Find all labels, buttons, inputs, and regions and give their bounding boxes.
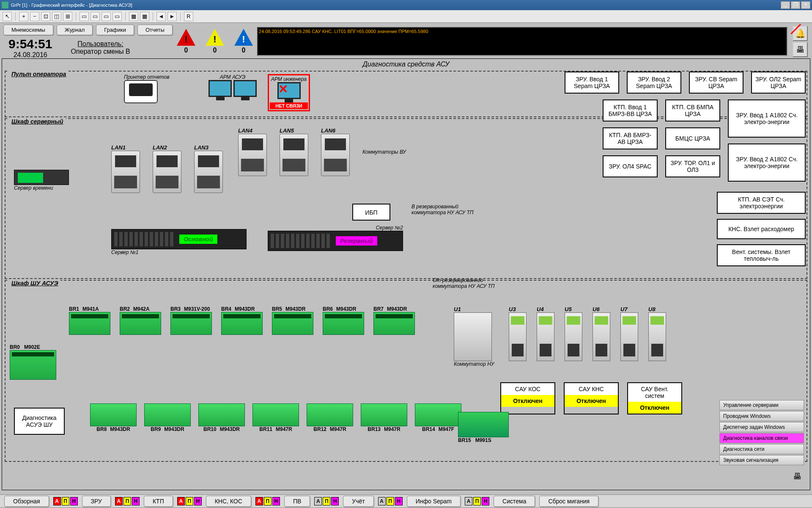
menu-item[interactable]: Диагностика каналов связи — [719, 433, 804, 443]
br0-card — [10, 350, 56, 380]
sau-box[interactable]: САУ Вент. системОтключен — [627, 382, 682, 414]
footer-button[interactable]: ЗРУ — [82, 496, 111, 507]
footer-button[interactable]: Учёт — [343, 496, 373, 507]
footer-button[interactable]: Сброс мигания — [539, 496, 598, 507]
footer: ОбзорнаяАПНЗРУАПНКТПАПНКНС, КОСАПНПВАПНУ… — [0, 494, 812, 507]
tool-a[interactable]: ▦ — [129, 12, 138, 21]
diag-shu-button[interactable]: Диагностика АСУЭ ШУ — [14, 408, 65, 435]
alarm-blue[interactable]: ! 0 — [234, 29, 253, 54]
device-box[interactable]: КНС. Взлет расходомер — [717, 219, 806, 239]
footer-button[interactable]: ПВ — [284, 496, 310, 507]
u-module — [565, 312, 582, 361]
br-card — [198, 403, 245, 426]
lan-switch — [111, 151, 140, 193]
device-box[interactable]: ЗРУ. СВ Sepam ЦРЗА — [689, 72, 743, 94]
layer1-icon[interactable]: ▭ — [80, 12, 89, 21]
layer4-icon[interactable]: ▭ — [112, 12, 122, 21]
layer2-icon[interactable]: ▭ — [91, 12, 100, 21]
printer-small-icon[interactable]: 🖶 — [793, 472, 801, 481]
br-card — [221, 312, 263, 335]
footer-button[interactable]: Инфо Sepam — [407, 496, 461, 507]
zoom-reset-icon[interactable]: ⊞ — [63, 12, 72, 21]
print-icon[interactable]: 🖶 — [793, 42, 808, 57]
message-log: 24.08.2016 09:53:49.286 САУ КНС. LIT01 В… — [257, 27, 787, 56]
close-button[interactable]: × — [801, 1, 810, 9]
mnemo-button[interactable]: Мнемосхемы — [3, 25, 53, 35]
menu-item[interactable]: Управление серверами — [719, 400, 804, 410]
device-box[interactable]: КТП. СВ БМПА ЦРЗА — [665, 99, 720, 121]
device-box[interactable]: ЗРУ. ТОР. ОЛ1 и ОЛ3 — [665, 155, 720, 177]
toolbar: ↖ + − ⊡ ◫ ⊞ ▭ ▭ ▭ ▭ ▦ ▦ ◄ ► R — [0, 10, 812, 23]
device-box[interactable]: ЗРУ. Ввод 1 Sepam ЦРЗА — [565, 72, 619, 94]
footer-button[interactable]: КНС, КОС — [206, 496, 251, 507]
u-module — [620, 312, 638, 361]
restore-button[interactable]: ❐ — [791, 1, 800, 9]
br-card — [69, 312, 110, 335]
reports-button[interactable]: Отчеты — [137, 25, 173, 35]
device-box[interactable]: БМЦС ЦРЗА — [665, 127, 720, 149]
time-server — [14, 170, 69, 185]
br-card — [373, 312, 415, 335]
app-icon — [2, 2, 8, 8]
tool-b[interactable]: ▦ — [140, 12, 149, 21]
device-box[interactable]: Вент. системы. Взлет тепловыч-ль — [717, 244, 806, 266]
titlebar: GrPr [1] - Графический интерфейс - [Диаг… — [0, 0, 812, 10]
menu-item[interactable]: Диспетчер задач Windows — [719, 422, 804, 432]
meter-box[interactable]: ЗРУ. Ввод 2 А1802 Сч. электро-энергии — [728, 144, 806, 182]
u-module — [537, 312, 554, 361]
ibp-box: ИБП — [352, 204, 390, 221]
device-box[interactable]: ЗРУ. ОЛ4 SPAC — [603, 155, 658, 177]
nav-fwd[interactable]: ► — [167, 12, 177, 21]
cursor-tool[interactable]: ↖ — [3, 12, 12, 21]
lan-switch — [280, 134, 308, 176]
br-card — [252, 403, 299, 426]
arm-engineer-nolink: АРМ инженера ✕ НЕТ СВЯЗИ — [268, 74, 310, 111]
device-box[interactable]: КТП. АВ БМРЗ-АВ ЦРЗА — [603, 127, 658, 149]
apn-indicator: АПН — [378, 497, 403, 505]
zoom-region-icon[interactable]: ◫ — [52, 12, 61, 21]
zoom-fit-icon[interactable]: ⊡ — [41, 12, 50, 21]
u-module — [593, 312, 610, 361]
header: Мнемосхемы Журнал Графики Отчеты 9:54:51… — [2, 25, 810, 58]
lan-switch — [238, 134, 267, 176]
journal-button[interactable]: Журнал — [57, 25, 93, 35]
footer-button[interactable]: Обзорная — [4, 496, 49, 507]
apn-indicator: АПН — [115, 497, 140, 505]
user-label: Пользователь: — [71, 40, 130, 48]
diagram-title: Диагностика средств АСУ — [2, 59, 810, 70]
zoom-out-icon[interactable]: − — [30, 12, 39, 21]
komm-nu — [454, 312, 492, 361]
footer-button[interactable]: Система — [494, 496, 535, 507]
br-card — [307, 403, 353, 426]
br-card — [272, 312, 313, 335]
clock-date: 24.08.2016 — [8, 51, 52, 59]
graphs-button[interactable]: Графики — [96, 25, 134, 35]
menu-item[interactable]: Диагностика сети — [719, 444, 804, 454]
zoom-in-icon[interactable]: + — [19, 12, 28, 21]
no-alarm-icon[interactable]: 🔔 — [793, 26, 808, 41]
layer3-icon[interactable]: ▭ — [102, 12, 111, 21]
device-box[interactable]: КТП. Ввод 1 БМРЗ-ВВ ЦРЗА — [603, 99, 658, 121]
minimize-button[interactable]: _ — [781, 1, 790, 9]
alarm-red[interactable]: ! 0 — [177, 29, 195, 54]
refresh-button[interactable]: R — [184, 12, 193, 21]
apn-indicator: АПН — [465, 497, 489, 505]
sau-box[interactable]: САУ КНСОтключен — [564, 382, 619, 414]
device-box[interactable]: ЗРУ. ОЛ2 Sepam ЦРЗА — [751, 72, 806, 94]
meter-box[interactable]: ЗРУ. Ввод 1 А1802 Сч. электро-энергии — [728, 99, 806, 138]
nav-back[interactable]: ◄ — [156, 12, 166, 21]
menu-item[interactable]: Звуковая сигнализация — [719, 455, 804, 465]
lan-switch — [194, 151, 223, 193]
monitor-icon — [233, 80, 257, 97]
alarm-yellow[interactable]: ! 0 — [206, 29, 224, 54]
device-box[interactable]: ЗРУ. Ввод 2 Sepam ЦРЗА — [627, 72, 681, 94]
menu-item[interactable]: Проводник Windows — [719, 411, 804, 421]
br15-card — [458, 412, 509, 437]
sau-box[interactable]: САУ КОСОтключен — [500, 382, 555, 414]
device-box[interactable]: КТП. АВ СЭТ Сч. электроэнергии — [717, 192, 806, 214]
monitor-icon — [208, 80, 232, 97]
footer-button[interactable]: КТП — [144, 496, 173, 507]
br-card — [361, 403, 407, 426]
quick-menu: Управление серверамиПроводник WindowsДис… — [719, 400, 804, 466]
printer-icon — [124, 80, 158, 103]
